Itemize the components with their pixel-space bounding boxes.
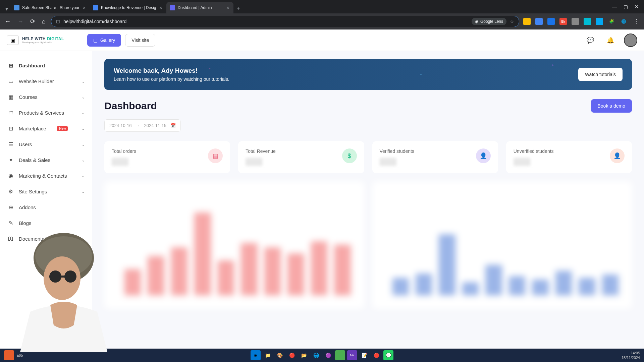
tab-search-button[interactable]: ▾ [3,4,11,13]
notifications-icon[interactable]: 🔔 [604,34,617,47]
chevron-down-icon: ⌄ [82,189,85,194]
taskbar-app-icon[interactable]: 🟣 [323,350,333,360]
tab-close-icon[interactable]: × [226,4,230,11]
start-button[interactable]: ⊞ [251,350,261,360]
logo[interactable]: ▣ HELP WITH DIGITAL Developing your digi… [7,36,87,45]
browser-tab[interactable]: Safe Screen Share - Share your × [11,2,90,13]
browser-toolbar: ← → ⟳ ⌂ ⊡ ◉ Google Lens ☆ Br 🧩 🌐 ⋮ [0,13,644,29]
bookmark-icon[interactable]: ☆ [510,19,514,24]
extension-icon[interactable] [547,18,555,25]
new-tab-button[interactable]: + [233,3,243,13]
nav-icon: ✦ [7,157,14,163]
chart-bar [579,278,595,295]
extension-icons: Br 🧩 🌐 ⋮ [523,16,641,26]
taskbar-app-icon[interactable]: 📁 [263,350,273,360]
taskbar-app-icon[interactable]: 📂 [299,350,309,360]
extension-icon[interactable] [535,18,543,25]
forward-button[interactable]: → [16,17,25,26]
app-header: ▣ HELP WITH DIGITAL Developing your digi… [0,29,644,51]
stat-card: Unverified students 👤 [506,141,632,173]
chart-bar [509,276,525,295]
extension-icon[interactable] [596,18,603,25]
nav-label: Marketplace [19,126,46,131]
extensions-menu-icon[interactable]: 🧩 [608,18,615,25]
taskbar-app-icon[interactable]: Me [347,350,357,360]
sidebar-item-website-builder[interactable]: ▭ Website Builder ⌄ [0,73,92,89]
back-button[interactable]: ← [3,17,12,26]
nav-icon: ☰ [7,141,14,147]
chevron-down-icon: ⌄ [82,79,85,84]
chart-bar [194,213,211,295]
extension-icon[interactable] [572,18,579,25]
nav-icon: ⊞ [7,62,14,69]
nav-label: Deals & Sales [19,157,50,163]
chart-bar [532,280,548,295]
stat-label: Total orders [112,148,136,154]
gallery-icon: ▢ [93,38,98,43]
nav-icon: ◉ [7,173,14,179]
taskbar-app-icon[interactable]: 📝 [359,350,369,360]
chart-bar [311,241,327,295]
site-info-icon[interactable]: ⊡ [56,19,60,24]
book-demo-button[interactable]: Book a demo [591,99,632,113]
sidebar-item-deals-sales[interactable]: ✦ Deals & Sales ⌄ [0,152,92,168]
user-avatar[interactable] [624,34,637,47]
stat-icon: ▤ [208,148,223,163]
tab-close-icon[interactable]: × [82,4,86,11]
stat-label: Total Revenue [246,148,276,154]
taskbar-app-icon[interactable]: 💬 [383,350,393,360]
taskbar-app-icon[interactable]: 🔴 [371,350,381,360]
taskbar-app-icon[interactable]: 🎨 [275,350,285,360]
nav-icon: ⚙ [7,188,14,195]
chevron-down-icon: ⌄ [82,174,85,178]
stat-icon: 👤 [476,148,491,163]
svg-point-3 [49,270,61,283]
browser-tab-strip: ▾ Safe Screen Share - Share your × Knowl… [0,0,644,13]
minimize-button[interactable]: — [612,4,617,9]
extension-icon[interactable] [523,18,531,25]
system-tray[interactable]: 14:05 15/11/2024 [622,351,640,360]
taskbar-app-icon[interactable]: 🌐 [311,350,321,360]
sidebar-item-products-services[interactable]: ⬚ Products & Services ⌄ [0,105,92,121]
welcome-title: Welcome back, Ady Howes! [114,67,229,74]
messages-icon[interactable]: 💬 [584,34,597,47]
taskbar-app-icon[interactable] [335,350,345,360]
lens-icon: ◉ [475,19,478,24]
extension-icon[interactable] [584,18,591,25]
taskbar-app-icon[interactable]: 🔴 [287,350,297,360]
url-input[interactable] [63,19,468,24]
nav-label: Marketing & Contacts [19,173,67,179]
chart-bar [171,247,187,295]
maximize-button[interactable]: ▢ [624,4,628,9]
sidebar-item-marketing-contacts[interactable]: ◉ Marketing & Contacts ⌄ [0,168,92,184]
chevron-down-icon: ⌄ [82,111,85,115]
address-bar[interactable]: ⊡ ◉ Google Lens ☆ [51,16,519,27]
stat-value-blurred [380,158,396,166]
extension-icon[interactable]: Br [559,18,567,25]
sidebar-item-users[interactable]: ☰ Users ⌄ [0,136,92,152]
nav-label: Site Settings [19,189,47,194]
browser-tab[interactable]: Dashboard | Admin × [166,2,233,13]
chart-bar [485,265,502,295]
visit-site-button[interactable]: Visit site [125,34,155,47]
reload-button[interactable]: ⟳ [29,16,37,26]
close-window-button[interactable]: ✕ [635,4,639,9]
sidebar-item-site-settings[interactable]: ⚙ Site Settings ⌄ [0,184,92,199]
chart-bar [439,234,455,295]
date-range-picker[interactable]: 2024-10-16 → 2024-11-15 📅 [104,119,181,132]
stat-label: Unverified students [514,148,554,154]
watch-tutorials-button[interactable]: Watch tutorials [578,68,623,81]
tab-close-icon[interactable]: × [159,4,163,11]
browser-tab[interactable]: Knowledge to Revenue | Desig × [90,2,166,13]
sidebar-item-dashboard[interactable]: ⊞ Dashboard [0,58,92,73]
home-button[interactable]: ⌂ [41,17,47,26]
stat-icon: $ [342,148,357,163]
gallery-button[interactable]: ▢ Gallery [87,34,121,47]
google-lens-button[interactable]: ◉ Google Lens [472,18,506,25]
chart-bar [334,245,351,295]
nav-label: Courses [19,94,38,100]
browser-menu-button[interactable]: ⋮ [632,16,641,26]
sidebar-item-marketplace[interactable]: ⊡ Marketplace New ⌄ [0,121,92,136]
profile-icon[interactable]: 🌐 [620,18,627,25]
sidebar-item-courses[interactable]: ▦ Courses ⌄ [0,89,92,105]
